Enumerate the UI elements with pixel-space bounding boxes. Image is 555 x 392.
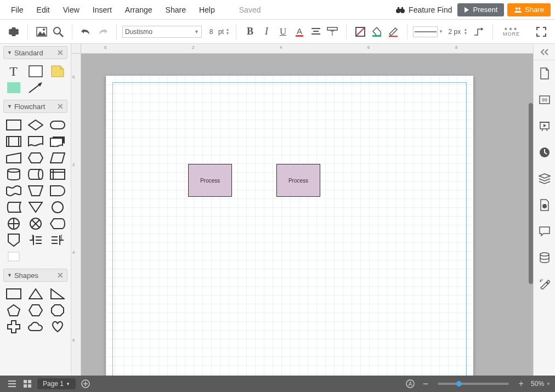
menu-help[interactable]: Help [192,2,222,18]
process-node[interactable]: Process [276,164,320,197]
off-page-shape[interactable] [4,234,24,247]
chevron-down-icon[interactable]: ▼ [546,382,551,387]
cross-shape[interactable] [4,320,24,333]
delay-shape[interactable] [48,184,67,197]
add-page-icon[interactable] [78,378,93,390]
font-size-input[interactable]: 8 [205,28,217,36]
collapse-dock-icon[interactable] [534,44,555,60]
scrollbar-vertical[interactable] [529,103,533,284]
line-routing-icon[interactable] [471,24,487,40]
canvas[interactable]: ProcessProcess [81,54,533,376]
summing-junction-shape[interactable] [26,217,46,230]
document-shape[interactable] [26,135,46,148]
close-icon[interactable]: ✕ [57,271,64,280]
database-shape[interactable] [4,168,24,181]
predefined-process-shape[interactable] [4,135,24,148]
menu-view[interactable]: View [56,2,86,18]
manual-operation-shape[interactable] [26,184,46,197]
cloud-shape[interactable] [26,320,46,333]
arrow-line[interactable] [26,81,46,94]
zoom-value[interactable]: 50% [531,380,544,388]
search-icon[interactable] [50,24,66,40]
note-left-shape[interactable]: { [48,234,67,247]
list-view-icon[interactable] [4,378,20,390]
note-right-shape[interactable]: } [26,234,46,247]
redo-icon[interactable] [94,24,111,40]
fullscreen-icon[interactable] [533,24,550,40]
target-icon[interactable]: A [403,378,418,390]
stored-data-shape[interactable] [4,201,24,214]
text-color-icon[interactable]: A [291,24,308,40]
zoom-in-icon[interactable]: + [513,378,529,390]
preparation-shape[interactable] [26,151,46,164]
or-shape[interactable] [4,217,24,230]
panel-header-standard[interactable]: ▼ Standard ✕ [3,46,67,59]
close-icon[interactable]: ✕ [57,102,64,111]
hotspot-shape[interactable] [4,81,24,94]
line-width-stepper[interactable]: ▲▼ [463,28,468,36]
menu-edit[interactable]: Edit [30,2,56,18]
fill-none-icon[interactable] [352,24,369,40]
history-panel-icon[interactable] [534,139,555,166]
page-tab[interactable]: Page 1 ▼ [37,378,76,389]
chat-panel-icon[interactable] [534,218,555,245]
data-shape[interactable] [48,151,67,164]
note-shape[interactable] [48,65,67,78]
panel-header-shapes[interactable]: ▼ Shapes ✕ [3,269,67,282]
underline-icon[interactable]: U [275,24,291,40]
line-width-input[interactable]: 2 px [446,28,463,36]
page-panel-icon[interactable] [534,60,555,87]
right-triangle-shape[interactable] [48,287,67,300]
undo-icon[interactable] [78,24,94,40]
heart-shape[interactable] [48,320,67,333]
process-shape[interactable] [4,118,24,132]
internal-storage-shape[interactable] [48,168,67,181]
border-color-icon[interactable] [385,24,401,40]
direct-data-shape[interactable] [26,168,46,181]
close-icon[interactable]: ✕ [57,48,64,57]
italic-icon[interactable]: I [258,24,275,40]
actions-panel-icon[interactable] [534,271,555,297]
text-tool[interactable]: T [4,65,24,78]
present-button[interactable]: Present [457,3,504,16]
line-style-select[interactable] [413,26,438,37]
process-node[interactable]: Process [188,164,232,197]
settings-gear-icon[interactable] [5,24,22,40]
grid-view-icon[interactable] [20,378,35,390]
menu-share[interactable]: Share [159,2,192,18]
menu-file[interactable]: File [4,2,30,18]
pentagon-shape[interactable] [4,304,24,317]
hexagon-shape[interactable] [26,304,46,317]
rectangle-shape[interactable] [4,287,24,300]
presentation-panel-icon[interactable] [534,113,555,139]
feature-find[interactable]: Feature Find [395,5,452,14]
font-family-select[interactable]: Dustismo ▼ [122,26,202,38]
paper[interactable]: ProcessProcess [106,76,473,376]
zoom-out-icon[interactable]: − [418,378,433,390]
connector-shape[interactable] [48,201,67,214]
display-shape[interactable] [48,217,67,230]
menu-arrange[interactable]: Arrange [118,2,159,18]
master-panel-icon[interactable] [534,192,555,218]
zoom-slider[interactable] [438,383,509,385]
menu-insert[interactable]: Insert [86,2,118,18]
more-button[interactable]: ••• MORE [499,27,524,37]
paper-tape-shape[interactable] [4,184,24,197]
text-box-icon[interactable]: T [324,24,341,40]
layers-panel-icon[interactable] [534,166,555,192]
comments-panel-icon[interactable]: 99 [534,87,555,113]
terminator-shape[interactable] [48,118,67,132]
data-panel-icon[interactable] [534,245,555,271]
merge-shape[interactable] [26,201,46,214]
rectangle-shape[interactable] [26,65,46,78]
bold-icon[interactable]: B [242,24,258,40]
swatch-shape[interactable] [4,250,24,263]
share-button[interactable]: Share [507,3,551,16]
align-icon[interactable] [308,24,324,40]
octagon-shape[interactable] [48,304,67,317]
decision-shape[interactable] [26,118,46,132]
image-icon[interactable] [33,24,50,40]
manual-input-shape[interactable] [4,151,24,164]
font-size-stepper[interactable]: ▲▼ [225,28,230,36]
triangle-shape[interactable] [26,287,46,300]
